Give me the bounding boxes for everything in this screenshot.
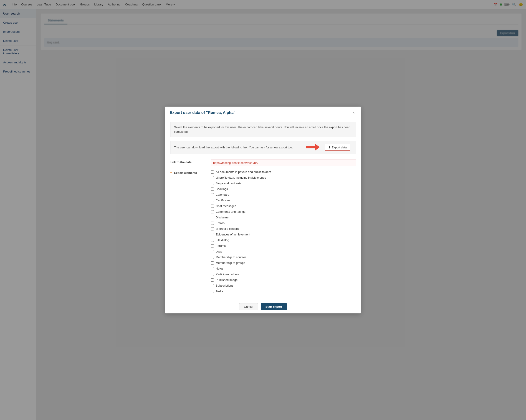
export-checkbox-label-20: Subscriptions [216, 284, 233, 287]
export-checkbox-label-16: Membership to groups [216, 261, 245, 264]
export-checkbox-label-5: Certificates [216, 199, 231, 202]
export-checkbox-label-15: Membership to courses [216, 255, 246, 259]
export-checkbox-label-14: Logs [216, 250, 222, 253]
export-checkbox-label-12: File dialog [216, 238, 229, 242]
checkbox-item: Logs [211, 250, 271, 253]
export-checkbox-20[interactable] [211, 284, 214, 287]
svg-marker-0 [306, 144, 320, 150]
checkbox-item: Participant folders [211, 273, 271, 276]
export-checkbox-13[interactable] [211, 244, 214, 247]
modal-overlay[interactable]: Export user data of "Romea, Alpha" × Sel… [0, 0, 526, 420]
info-text: Select the elements to be exported for t… [174, 126, 350, 133]
export-checkbox-8[interactable] [211, 216, 214, 219]
export-modal: Export user data of "Romea, Alpha" × Sel… [165, 107, 361, 313]
export-checkbox-label-7: Comments and ratings [216, 210, 245, 213]
required-star: ✦ [170, 171, 172, 175]
export-checkbox-0[interactable] [211, 170, 214, 174]
checkbox-item: File dialog [211, 238, 271, 242]
export-checkbox-6[interactable] [211, 205, 214, 208]
checkbox-item: Chat messages [211, 204, 271, 208]
export-checkbox-label-11: Evidences of achievement [216, 233, 250, 236]
modal-header: Export user data of "Romea, Alpha" × [165, 107, 361, 118]
checkbox-item: Forums [211, 244, 271, 247]
export-checkbox-3[interactable] [211, 187, 214, 191]
checkbox-item: All documents in private and public fold… [211, 170, 271, 174]
export-checkbox-21[interactable] [211, 290, 214, 293]
link-label: Link to the data [170, 160, 211, 164]
export-checkbox-label-18: Participant folders [216, 273, 239, 276]
export-checkbox-17[interactable] [211, 267, 214, 270]
export-checkbox-label-4: Calendars [216, 193, 229, 196]
checkbox-item: Tasks [211, 290, 271, 293]
export-elements-label: ✦ Export elements [170, 170, 211, 175]
link-input[interactable] [211, 160, 356, 166]
export-checkbox-11[interactable] [211, 233, 214, 236]
export-data-button[interactable]: ⬇ Export data [325, 144, 350, 151]
modal-footer: Cancel Start export [165, 300, 361, 313]
export-checkbox-label-3: Bookings [216, 187, 228, 191]
modal-title: Export user data of "Romea, Alpha" [170, 110, 235, 115]
export-checkbox-5[interactable] [211, 199, 214, 202]
modal-body: Select the elements to be exported for t… [165, 122, 361, 300]
export-checkbox-2[interactable] [211, 182, 214, 185]
checkbox-item: Bookings [211, 187, 271, 191]
info-box: Select the elements to be exported for t… [170, 122, 356, 137]
export-checkbox-10[interactable] [211, 227, 214, 230]
export-checkbox-18[interactable] [211, 273, 214, 276]
export-checkbox-label-19: Published image [216, 278, 238, 282]
red-arrow-indicator [306, 144, 320, 151]
checkbox-item: ePortfolio binders [211, 227, 271, 230]
export-checkbox-9[interactable] [211, 222, 214, 225]
export-checkbox-label-17: Notes [216, 267, 223, 270]
export-elements-row: ✦ Export elements All documents in priva… [170, 170, 356, 293]
start-export-button[interactable]: Start export [261, 303, 287, 310]
cancel-button[interactable]: Cancel [239, 303, 258, 310]
export-checkbox-16[interactable] [211, 261, 214, 264]
checkbox-item: Published image [211, 278, 271, 282]
export-checkbox-label-0: All documents in private and public fold… [216, 170, 271, 174]
export-elements-text: Export elements [174, 171, 197, 175]
checkbox-item: Comments and ratings [211, 210, 271, 213]
checkbox-list: All documents in private and public fold… [211, 170, 271, 293]
export-checkbox-label-10: ePortfolio binders [216, 227, 239, 230]
export-checkbox-label-1: all profile data, including invisible on… [216, 176, 266, 179]
checkbox-item: Membership to groups [211, 261, 271, 264]
export-checkbox-label-2: Blogs and podcasts [216, 182, 241, 185]
export-checkbox-19[interactable] [211, 278, 214, 282]
download-info-text: The user can download the export with th… [174, 146, 293, 149]
export-checkbox-label-21: Tasks [216, 290, 223, 293]
export-checkbox-14[interactable] [211, 250, 214, 253]
export-checkbox-7[interactable] [211, 210, 214, 213]
checkbox-item: Disclaimer [211, 216, 271, 219]
export-checkbox-label-13: Forums [216, 244, 226, 247]
export-checkbox-15[interactable] [211, 256, 214, 259]
checkbox-item: Subscriptions [211, 284, 271, 287]
checkbox-item: all profile data, including invisible on… [211, 176, 271, 179]
export-checkbox-4[interactable] [211, 193, 214, 196]
checkbox-item: Blogs and podcasts [211, 182, 271, 185]
checkbox-item: Certificates [211, 199, 271, 202]
link-row: Link to the data [170, 160, 356, 166]
export-checkbox-1[interactable] [211, 176, 214, 179]
export-checkbox-12[interactable] [211, 239, 214, 242]
export-data-area: ⬇ Export data [325, 144, 353, 151]
checkbox-item: Emails [211, 221, 271, 225]
form-section: Link to the data ✦ Export elements All d… [165, 157, 361, 300]
checkbox-item: Calendars [211, 193, 271, 196]
export-checkbox-label-9: Emails [216, 221, 224, 225]
export-checkbox-label-6: Chat messages [216, 204, 236, 208]
checkbox-item: Evidences of achievement [211, 233, 271, 236]
checkbox-item: Membership to courses [211, 255, 271, 259]
download-info-box: The user can download the export with th… [170, 141, 356, 154]
export-checkbox-label-8: Disclaimer [216, 216, 230, 219]
checkbox-item: Notes [211, 267, 271, 270]
modal-close-button[interactable]: × [351, 110, 356, 115]
